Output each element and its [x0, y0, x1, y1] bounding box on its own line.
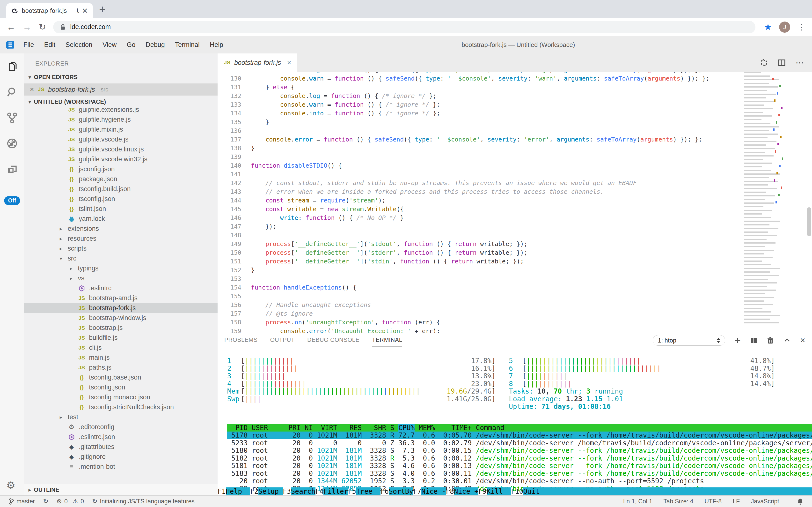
tree-item-tsconfig.strictNullChecks.json[interactable]: {}tsconfig.strictNullChecks.json: [24, 402, 217, 412]
source-control-icon[interactable]: [6, 112, 18, 124]
language-status-item[interactable]: ↻ Initializing JS/TS language features: [92, 498, 195, 505]
url-bar[interactable]: ide.coder.com: [53, 21, 755, 34]
sync-icon[interactable]: ↻: [43, 498, 48, 505]
tree-item-bootstrap.js[interactable]: JSbootstrap.js: [24, 323, 217, 333]
tree-item-resources[interactable]: ▸resources: [24, 234, 217, 243]
fkey-F6[interactable]: F6: [380, 488, 389, 495]
terminal-select[interactable]: 1: htop: [653, 335, 725, 346]
tree-item-tsconfig.json[interactable]: {}tsconfig.json: [24, 194, 217, 204]
tree-item-.mention-bot[interactable]: ≡.mention-bot: [24, 462, 217, 472]
search-icon[interactable]: [6, 87, 18, 98]
debug-disabled-icon[interactable]: [6, 137, 18, 149]
close-icon[interactable]: ×: [30, 86, 34, 93]
fkey-F2[interactable]: F2: [250, 488, 258, 495]
tree-item-tsconfig.base.json[interactable]: {}tsconfig.base.json: [24, 373, 217, 382]
tree-item-main.js[interactable]: JSmain.js: [24, 353, 217, 362]
panel-tab-output[interactable]: OUTPUT: [270, 333, 295, 347]
close-panel-icon[interactable]: ×: [800, 335, 805, 345]
fkey-F8[interactable]: F8: [446, 488, 454, 495]
tree-item-tsconfig.monaco.json[interactable]: {}tsconfig.monaco.json: [24, 392, 217, 402]
browser-tab[interactable]: bootstrap-fork.js — Untitled (W ✕: [6, 3, 93, 18]
panel-tab-problems[interactable]: PROBLEMS: [224, 333, 257, 347]
tree-item-buildfile.js[interactable]: JSbuildfile.js: [24, 333, 217, 343]
tree-item-gulpfile.extensions.js[interactable]: JSgulpfile.extensions.js: [24, 108, 217, 115]
tree-item-extensions[interactable]: ▸extensions: [24, 224, 217, 234]
menu-item-selection[interactable]: Selection: [60, 41, 98, 48]
tree-item-tslint.json[interactable]: {}tslint.json: [24, 204, 217, 214]
extensions-icon[interactable]: [6, 163, 18, 175]
browser-menu-icon[interactable]: ⋮: [798, 22, 805, 32]
tree-item-bootstrap-amd.js[interactable]: JSbootstrap-amd.js: [24, 293, 217, 303]
status-eol[interactable]: LF: [733, 498, 740, 505]
fkey-F5[interactable]: F5: [348, 488, 356, 495]
split-editor-icon[interactable]: [760, 59, 768, 67]
panel-tab-terminal[interactable]: TERMINAL: [372, 333, 402, 347]
problems-item[interactable]: ⊗ 0 ⚠ 0: [57, 498, 84, 505]
code-editor[interactable]: 129 console.log = function () { safeSend…: [217, 72, 812, 333]
menu-item-debug[interactable]: Debug: [140, 41, 170, 48]
open-editor-item[interactable]: × JS bootstrap-fork.js src: [24, 83, 217, 96]
tree-item-gulpfile.vscode.js[interactable]: JSgulpfile.vscode.js: [24, 134, 217, 145]
reload-icon[interactable]: ↻: [39, 22, 46, 32]
tree-item-gulpfile.mixin.js[interactable]: JSgulpfile.mixin.js: [24, 125, 217, 134]
menu-item-view[interactable]: View: [98, 41, 122, 48]
new-tab-button[interactable]: +: [99, 3, 106, 16]
menu-item-go[interactable]: Go: [122, 41, 140, 48]
open-editors-header[interactable]: ▾ OPEN EDITORS: [24, 71, 217, 83]
tree-item-scripts[interactable]: ▸scripts: [24, 243, 217, 253]
menu-item-file[interactable]: File: [18, 41, 39, 48]
tree-item-.gitignore[interactable]: ◆.gitignore: [24, 452, 217, 462]
menu-item-edit[interactable]: Edit: [39, 41, 61, 48]
tree-item-package.json[interactable]: {}package.json: [24, 174, 217, 184]
tree-item-typings[interactable]: ▸typings: [24, 264, 217, 273]
settings-gear-icon[interactable]: ⚙: [6, 480, 18, 491]
panel-tab-debug-console[interactable]: DEBUG CONSOLE: [307, 333, 360, 347]
forward-icon[interactable]: →: [23, 22, 32, 32]
tree-item-cli.js[interactable]: JScli.js: [24, 343, 217, 353]
avatar[interactable]: J: [779, 21, 790, 33]
maximize-panel-icon[interactable]: [783, 336, 791, 344]
explorer-icon[interactable]: [6, 61, 18, 72]
tree-item-.gitattributes[interactable]: ◆.gitattributes: [24, 442, 217, 452]
tree-item-src[interactable]: ▾src: [24, 253, 217, 264]
fkey-F9[interactable]: F9: [479, 488, 487, 495]
workspace-header[interactable]: ▾ UNTITLED (WORKSPACE): [24, 96, 217, 108]
status-tab-size[interactable]: Tab Size: 4: [664, 498, 694, 505]
fkey-F7[interactable]: F7: [413, 488, 421, 495]
editor-tab[interactable]: JS bootstrap-fork.js ×: [217, 53, 297, 72]
bookmark-star-icon[interactable]: ★: [764, 22, 772, 32]
more-actions-icon[interactable]: ⋯: [796, 58, 804, 67]
status-language-mode[interactable]: JavaScript: [751, 498, 779, 505]
kill-terminal-icon[interactable]: [767, 336, 774, 344]
tree-item-yarn.lock[interactable]: yarn.lock: [24, 214, 217, 224]
fkey-F3[interactable]: F3: [283, 488, 291, 495]
status-badge[interactable]: Off: [4, 196, 20, 205]
tree-item-.eslintrc.json[interactable]: .eslintrc.json: [24, 432, 217, 442]
split-terminal-icon[interactable]: [750, 336, 758, 344]
tree-item-paths.js[interactable]: JSpaths.js: [24, 362, 217, 373]
editor-layout-icon[interactable]: [778, 59, 786, 67]
tree-item-jsconfig.json[interactable]: {}jsconfig.json: [24, 164, 217, 174]
minimap[interactable]: [743, 72, 784, 328]
status-cursor-position[interactable]: Ln 1, Col 1: [623, 498, 652, 505]
menu-item-terminal[interactable]: Terminal: [170, 41, 205, 48]
fkey-F4[interactable]: F4: [315, 488, 324, 495]
new-terminal-icon[interactable]: +: [734, 337, 741, 344]
tree-item-gulpfile.vscode.linux.js[interactable]: JSgulpfile.vscode.linux.js: [24, 145, 217, 154]
tree-item-.editorconfig[interactable]: ⚙.editorconfig: [24, 422, 217, 432]
tree-item-vs[interactable]: ▸vs: [24, 273, 217, 283]
tree-item-.eslintrc[interactable]: .eslintrc: [24, 283, 217, 293]
status-encoding[interactable]: UTF-8: [704, 498, 722, 505]
tree-item-tsconfig.build.json[interactable]: {}tsconfig.build.json: [24, 184, 217, 194]
tab-close-icon[interactable]: ✕: [82, 6, 88, 15]
terminal-htop[interactable]: 1[||||||||||||17.8%]2[|||||||||||||16.1%…: [217, 347, 812, 495]
notifications-bell-icon[interactable]: [797, 498, 803, 505]
menu-item-help[interactable]: Help: [205, 41, 229, 48]
fkey-F10[interactable]: F10: [511, 488, 523, 495]
tree-item-bootstrap-window.js[interactable]: JSbootstrap-window.js: [24, 313, 217, 323]
git-branch-item[interactable]: master: [9, 498, 35, 505]
tab-close-icon[interactable]: ×: [287, 59, 291, 66]
tree-item-test[interactable]: ▸test: [24, 412, 217, 422]
tree-item-gulpfile.hygiene.js[interactable]: JSgulpfile.hygiene.js: [24, 115, 217, 125]
back-icon[interactable]: ←: [7, 22, 15, 32]
